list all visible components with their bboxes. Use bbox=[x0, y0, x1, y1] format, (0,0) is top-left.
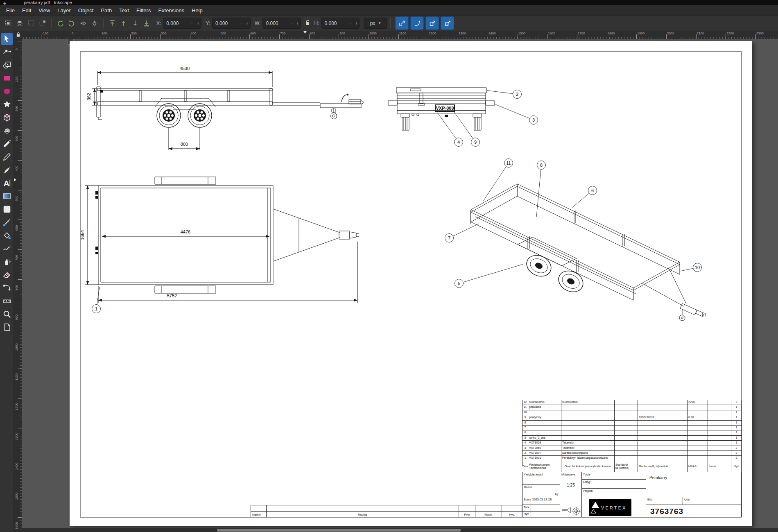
rotate-ccw-icon[interactable] bbox=[54, 18, 66, 29]
tool-mesh-gradient-icon[interactable] bbox=[1, 203, 13, 215]
y-label: Y: bbox=[206, 20, 210, 26]
tool-pages-icon[interactable] bbox=[1, 321, 13, 333]
vertical-ruler[interactable]: 0100200300400500600700800900100011001200… bbox=[14, 39, 23, 532]
menu-item-path[interactable]: Path bbox=[97, 7, 115, 14]
x-plus-button[interactable]: + bbox=[195, 20, 201, 26]
tool-spiral-icon[interactable] bbox=[1, 125, 13, 137]
parts-cell: 0.26 bbox=[688, 415, 708, 420]
deselect-icon[interactable] bbox=[25, 18, 37, 29]
mass-cell: Massa kg bbox=[522, 484, 560, 497]
tool-node-editor-icon[interactable] bbox=[1, 46, 13, 58]
parts-header: Osa bbox=[522, 461, 528, 472]
raise-icon[interactable] bbox=[118, 18, 129, 29]
h-minus-button[interactable]: − bbox=[347, 20, 353, 26]
selection-box-icon[interactable] bbox=[37, 18, 48, 29]
parts-cell bbox=[561, 405, 615, 410]
parts-cell bbox=[708, 405, 731, 410]
unit-dropdown[interactable]: px▼ bbox=[364, 18, 387, 29]
tool-gradient-icon[interactable] bbox=[1, 190, 13, 202]
dim-total-length: 5752 bbox=[167, 293, 177, 298]
svg-text:11: 11 bbox=[506, 161, 511, 165]
parts-cell bbox=[615, 446, 638, 451]
tool-rectangle-icon[interactable] bbox=[1, 72, 13, 84]
svg-text:6: 6 bbox=[591, 188, 594, 193]
tool-selector-icon[interactable] bbox=[1, 33, 13, 45]
select-all-layers-icon[interactable] bbox=[14, 18, 25, 29]
parts-cell: Sarana kokoonpano bbox=[561, 451, 615, 456]
revision-strip: MerkkiMuutosPvmMuutt.Hyv. bbox=[251, 505, 522, 517]
lower-icon[interactable] bbox=[129, 18, 141, 29]
x-minus-button[interactable]: − bbox=[189, 20, 195, 26]
scale-gradient-toggle[interactable] bbox=[425, 16, 439, 30]
scale-stroke-toggle[interactable] bbox=[395, 16, 409, 30]
menu-item-object[interactable]: Object bbox=[75, 7, 97, 14]
scale-corners-toggle[interactable] bbox=[410, 16, 424, 30]
x-input[interactable]: 0.000 − + bbox=[163, 18, 201, 29]
flip-vertical-icon[interactable] bbox=[89, 18, 100, 29]
parts-cell: VXT3058 bbox=[528, 441, 561, 446]
w-input[interactable]: 0.000 − + bbox=[262, 18, 301, 29]
approved-label: Hyv. bbox=[522, 511, 531, 517]
v-ruler-label: 1300 bbox=[15, 431, 18, 442]
revision-cell: Hyv. bbox=[502, 511, 522, 517]
side-view: 4530 bbox=[86, 66, 363, 150]
horizontal-scrollbar[interactable] bbox=[22, 528, 778, 532]
h-ruler-label: 0 bbox=[72, 32, 73, 35]
y-plus-button[interactable]: + bbox=[244, 20, 250, 26]
lower-to-bottom-icon[interactable] bbox=[141, 18, 152, 29]
tool-dropper-icon[interactable] bbox=[1, 216, 13, 229]
y-input[interactable]: 0.000 − + bbox=[212, 18, 251, 29]
horizontal-ruler[interactable]: -100010020030040050060070080090010001100… bbox=[22, 31, 778, 39]
tool-text-icon[interactable]: A bbox=[1, 177, 13, 189]
menu-item-layer[interactable]: Layer bbox=[54, 7, 75, 14]
svg-text:A: A bbox=[3, 179, 9, 188]
tool-calligraphy-icon[interactable] bbox=[1, 164, 13, 176]
designed-label: Suunn bbox=[522, 497, 531, 505]
lock-guides-icon[interactable] bbox=[16, 32, 21, 39]
menu-item-view[interactable]: View bbox=[35, 7, 54, 14]
parts-cell bbox=[708, 446, 731, 451]
parts-cell: VXT3001 bbox=[528, 456, 561, 461]
tool-zoom-icon[interactable] bbox=[1, 308, 13, 320]
project-cell: Projekti bbox=[581, 488, 646, 497]
horizontal-scrollbar-thumb[interactable] bbox=[217, 529, 461, 532]
lock-ratio-icon[interactable] bbox=[304, 19, 311, 27]
parts-cell: Peräkärryn laidan salpakokoonpano bbox=[561, 456, 615, 461]
w-plus-button[interactable]: + bbox=[294, 20, 301, 26]
menu-item-text[interactable]: Text bbox=[115, 7, 133, 14]
menu-item-file[interactable]: File bbox=[2, 7, 18, 14]
parts-cell: 2 bbox=[731, 446, 742, 451]
tool-pencil-icon[interactable] bbox=[1, 151, 13, 163]
parts-cell: 1 bbox=[731, 441, 742, 446]
tool-box-3d-icon[interactable] bbox=[1, 111, 13, 124]
h-input[interactable]: 0.000 − + bbox=[321, 18, 360, 29]
raise-to-top-icon[interactable] bbox=[106, 18, 118, 29]
menu-item-edit[interactable]: Edit bbox=[18, 7, 35, 14]
w-minus-button[interactable]: − bbox=[288, 20, 294, 26]
license-plate: VXP-000 bbox=[436, 106, 454, 111]
tool-pen-icon[interactable] bbox=[1, 138, 13, 150]
rotate-cw-icon[interactable] bbox=[66, 18, 77, 29]
flip-horizontal-icon[interactable] bbox=[77, 18, 89, 29]
scale-pattern-toggle[interactable] bbox=[441, 16, 454, 30]
canvas[interactable]: 1 4530 bbox=[22, 39, 778, 532]
tool-star-icon[interactable] bbox=[1, 98, 13, 111]
revision-cell bbox=[459, 505, 475, 511]
dim-side-height: 362 bbox=[86, 93, 91, 100]
document-page[interactable]: 4530 bbox=[70, 41, 752, 526]
tool-tweak-icon[interactable] bbox=[1, 242, 13, 255]
h-ruler-label: 1200 bbox=[429, 32, 436, 35]
h-plus-button[interactable]: + bbox=[353, 20, 359, 26]
tool-measure-icon[interactable] bbox=[1, 295, 13, 307]
tool-eraser-icon[interactable] bbox=[1, 269, 13, 281]
menu-item-filters[interactable]: Filters bbox=[133, 7, 154, 14]
tool-spray-icon[interactable] bbox=[1, 256, 13, 268]
menu-item-help[interactable]: Help bbox=[188, 7, 206, 14]
tool-paint-bucket-icon[interactable] bbox=[1, 229, 13, 242]
y-minus-button[interactable]: − bbox=[238, 20, 244, 26]
tool-connector-icon[interactable] bbox=[1, 282, 13, 294]
select-all-icon[interactable] bbox=[2, 18, 14, 29]
menu-item-extensions[interactable]: Extensions bbox=[154, 7, 188, 14]
tool-shape-builder-icon[interactable] bbox=[1, 59, 13, 71]
tool-ellipse-icon[interactable] bbox=[1, 85, 13, 97]
